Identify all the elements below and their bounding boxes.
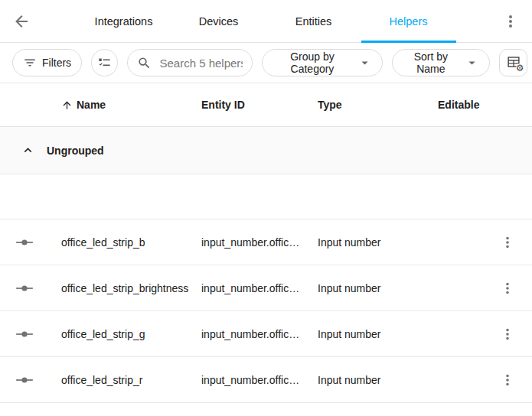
sort-arrow-up-icon bbox=[61, 99, 73, 111]
overflow-menu-button[interactable] bbox=[492, 3, 529, 40]
slider-icon bbox=[15, 278, 34, 298]
table-settings-button[interactable]: ⚙ bbox=[499, 49, 527, 76]
helper-entity-id: input_number.offic… bbox=[201, 282, 318, 294]
kebab-menu-icon bbox=[499, 372, 516, 388]
arrow-left-icon bbox=[12, 12, 31, 31]
table-row[interactable]: office_led_strip_b input_number.offic… I… bbox=[0, 219, 532, 265]
row-menu-button[interactable] bbox=[494, 229, 521, 256]
kebab-menu-icon bbox=[499, 326, 516, 343]
slider-icon bbox=[15, 232, 34, 252]
group-by-dropdown[interactable]: Group by Category bbox=[262, 49, 382, 76]
column-header-type[interactable]: Type bbox=[318, 99, 438, 111]
table-row[interactable]: office_led_strip_brightness input_number… bbox=[0, 265, 532, 311]
top-tab-bar: Integrations Devices Entities Helpers bbox=[0, 0, 532, 43]
search-input[interactable] bbox=[158, 56, 244, 70]
helper-entity-id: input_number.offic… bbox=[201, 328, 318, 340]
helper-name: office_led_strip_r bbox=[61, 374, 201, 386]
tab-entities[interactable]: Entities bbox=[266, 0, 361, 43]
helper-entity-id: input_number.offic… bbox=[201, 374, 318, 386]
tab-integrations[interactable]: Integrations bbox=[77, 0, 171, 43]
tab-devices[interactable]: Devices bbox=[171, 0, 266, 43]
table-row[interactable]: office_led_strip_r input_number.offic… I… bbox=[0, 357, 532, 403]
kebab-menu-icon bbox=[499, 234, 516, 251]
table-toolbar: Filters Group by Category Sort by Name ⚙ bbox=[0, 43, 532, 83]
column-header-name[interactable]: Name bbox=[61, 99, 201, 111]
tab-strip: Integrations Devices Entities Helpers bbox=[40, 0, 492, 43]
filters-label: Filters bbox=[42, 57, 71, 69]
helper-entity-id: input_number.offic… bbox=[201, 236, 318, 249]
slider-icon bbox=[15, 370, 34, 390]
checklist-icon bbox=[97, 56, 112, 70]
back-button[interactable] bbox=[3, 3, 40, 40]
filters-button[interactable]: Filters bbox=[12, 49, 82, 76]
chevron-up-icon bbox=[21, 143, 35, 158]
group-by-label: Group by Category bbox=[273, 50, 351, 75]
kebab-menu-icon bbox=[501, 12, 520, 31]
row-menu-button[interactable] bbox=[494, 366, 521, 394]
table-cog-icon: ⚙ bbox=[505, 54, 522, 71]
helper-type: Input number bbox=[318, 236, 438, 249]
selection-mode-button[interactable] bbox=[91, 49, 118, 76]
empty-table-row bbox=[0, 174, 532, 219]
search-field[interactable] bbox=[127, 49, 253, 76]
row-menu-button[interactable] bbox=[494, 275, 521, 302]
filter-icon bbox=[23, 56, 37, 70]
group-header-ungrouped[interactable]: Ungrouped bbox=[0, 127, 532, 174]
table-header-row: Name Entity ID Type Editable bbox=[0, 83, 532, 127]
group-label: Ungrouped bbox=[47, 145, 104, 157]
chevron-down-icon bbox=[465, 54, 479, 71]
helper-name: office_led_strip_g bbox=[61, 328, 201, 340]
kebab-menu-icon bbox=[499, 280, 516, 297]
collapse-group-button[interactable] bbox=[21, 143, 35, 158]
helper-type: Input number bbox=[318, 374, 438, 386]
search-icon bbox=[137, 56, 152, 70]
helper-type: Input number bbox=[318, 282, 438, 294]
sort-by-dropdown[interactable]: Sort by Name bbox=[392, 49, 491, 76]
sort-by-label: Sort by Name bbox=[403, 50, 459, 75]
column-header-entity-id[interactable]: Entity ID bbox=[201, 99, 318, 111]
table-row[interactable]: office_led_strip_g input_number.offic… I… bbox=[0, 311, 532, 357]
slider-icon bbox=[15, 324, 34, 344]
column-header-editable[interactable]: Editable bbox=[438, 99, 491, 111]
helper-name: office_led_strip_b bbox=[61, 236, 201, 249]
helper-name: office_led_strip_brightness bbox=[61, 282, 201, 294]
row-menu-button[interactable] bbox=[494, 320, 521, 348]
chevron-down-icon bbox=[357, 54, 372, 71]
tab-helpers[interactable]: Helpers bbox=[361, 0, 456, 43]
helper-type: Input number bbox=[318, 328, 438, 340]
